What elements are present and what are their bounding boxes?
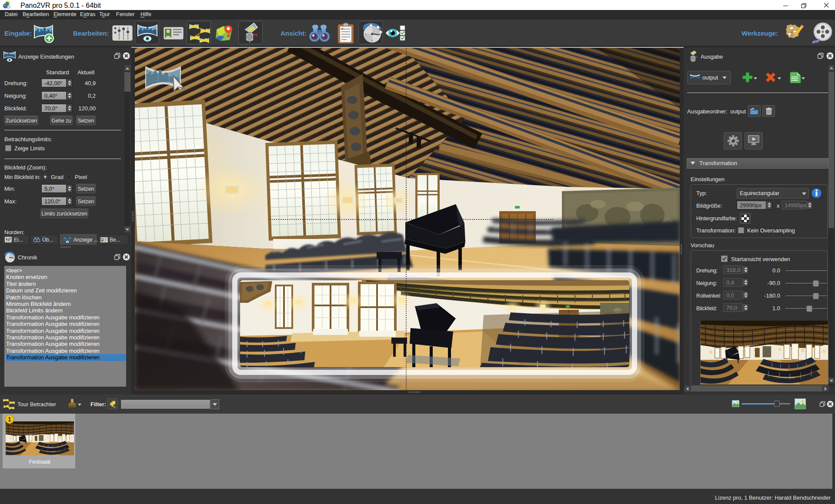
svg-text:1: 1: [8, 416, 11, 423]
